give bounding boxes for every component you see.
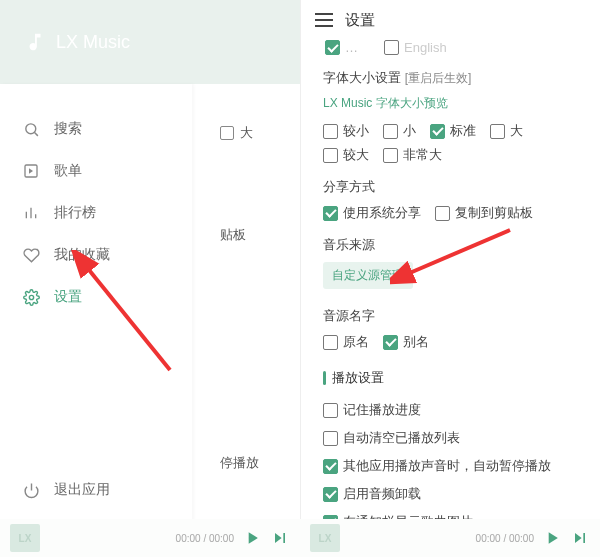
nav-label: 我的收藏 xyxy=(54,246,110,264)
nav-label: 歌单 xyxy=(54,162,82,180)
share-clipboard[interactable]: 复制到剪贴板 xyxy=(435,204,533,222)
album-chip[interactable]: LX xyxy=(10,524,40,552)
svg-line-1 xyxy=(34,132,38,136)
font-small[interactable]: 小 xyxy=(383,122,416,140)
page-title: 设置 xyxy=(345,11,375,30)
ranking-icon xyxy=(22,204,40,222)
power-icon xyxy=(22,481,40,499)
nav-playlist[interactable]: 歌单 xyxy=(0,150,192,192)
source-alias[interactable]: 别名 xyxy=(383,333,429,351)
player-bar-right: LX 00:00 / 00:00 xyxy=(300,519,600,557)
playlist-icon xyxy=(22,162,40,180)
left-content-peek: 大 贴板 停播放 xyxy=(192,84,300,557)
remember-progress[interactable]: 记住播放进度 xyxy=(323,397,586,423)
album-chip[interactable]: LX xyxy=(310,524,340,552)
source-title: 音乐来源 xyxy=(323,236,586,254)
play-button[interactable] xyxy=(242,528,262,548)
source-name-title: 音源名字 xyxy=(323,307,586,325)
music-note-icon xyxy=(24,31,46,53)
font-size-title: 字体大小设置 [重启后生效] xyxy=(323,69,586,87)
section-bar-icon xyxy=(323,371,326,385)
next-button[interactable] xyxy=(570,528,590,548)
nav-label: 排行榜 xyxy=(54,204,96,222)
nav-favorites[interactable]: 我的收藏 xyxy=(0,234,192,276)
share-system[interactable]: 使用系统分享 xyxy=(323,204,421,222)
audio-offload[interactable]: 启用音频卸载 xyxy=(323,481,586,507)
nav-ranking[interactable]: 排行榜 xyxy=(0,192,192,234)
lang-option-english[interactable]: English xyxy=(384,40,447,55)
time-display: 00:00 / 00:00 xyxy=(476,533,534,544)
nav-label: 搜索 xyxy=(54,120,82,138)
font-large[interactable]: 大 xyxy=(490,122,523,140)
auto-clear[interactable]: 自动清空已播放列表 xyxy=(323,425,586,451)
svg-point-0 xyxy=(25,123,35,133)
source-original[interactable]: 原名 xyxy=(323,333,369,351)
share-title: 分享方式 xyxy=(323,178,586,196)
app-logo: LX Music xyxy=(24,31,130,53)
nav-exit[interactable]: 退出应用 xyxy=(0,469,192,511)
nav-search[interactable]: 搜索 xyxy=(0,108,192,150)
time-display: 00:00 / 00:00 xyxy=(176,533,234,544)
nav-settings[interactable]: 设置 xyxy=(0,276,192,318)
gear-icon xyxy=(22,288,40,306)
player-bar-left: LX 00:00 / 00:00 xyxy=(0,519,300,557)
pause-on-other[interactable]: 其他应用播放声音时，自动暂停播放 xyxy=(323,453,586,479)
manage-source-button[interactable]: 自定义源管理 xyxy=(323,262,413,289)
font-xxlarge[interactable]: 非常大 xyxy=(383,146,442,164)
search-icon xyxy=(22,120,40,138)
svg-point-3 xyxy=(29,295,33,299)
nav-label: 退出应用 xyxy=(54,481,110,499)
font-standard[interactable]: 标准 xyxy=(430,122,476,140)
font-xlarge[interactable]: 较大 xyxy=(323,146,369,164)
nav-label: 设置 xyxy=(54,288,82,306)
heart-icon xyxy=(22,246,40,264)
font-xsmall[interactable]: 较小 xyxy=(323,122,369,140)
play-button[interactable] xyxy=(542,528,562,548)
lang-option[interactable]: … xyxy=(325,40,358,55)
app-name: LX Music xyxy=(56,32,130,53)
playback-title: 播放设置 xyxy=(332,369,384,387)
font-preview-link[interactable]: LX Music 字体大小预览 xyxy=(323,95,448,112)
menu-icon[interactable] xyxy=(315,13,333,27)
next-button[interactable] xyxy=(270,528,290,548)
